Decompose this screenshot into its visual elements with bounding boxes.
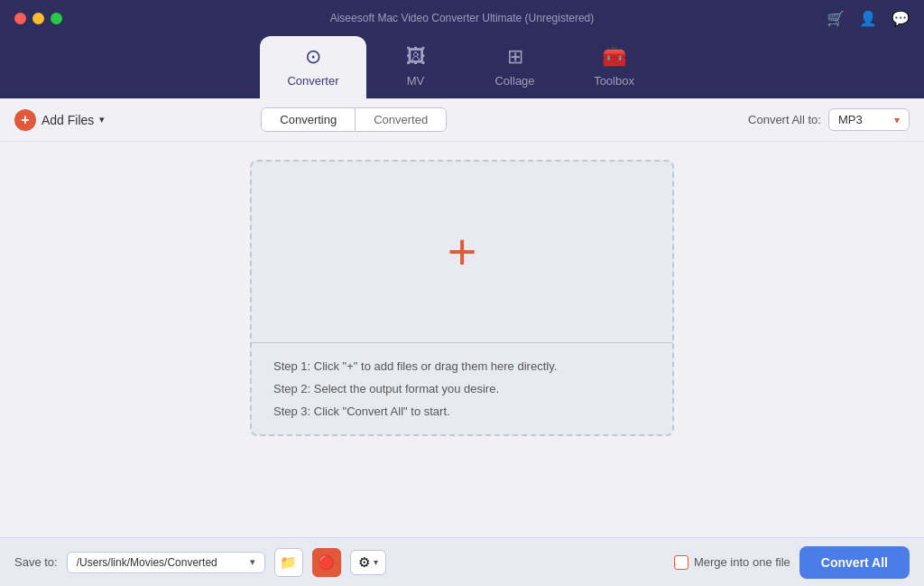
drop-zone-top: + bbox=[252, 162, 672, 342]
tab-collage[interactable]: ⊞ Collage bbox=[466, 36, 565, 98]
drop-zone[interactable]: + Step 1: Click "+" to add files or drag… bbox=[250, 160, 674, 436]
titlebar: Aiseesoft Mac Video Converter Ultimate (… bbox=[0, 0, 924, 36]
footer: Save to: /Users/link/Movies/Converted ▾ … bbox=[0, 537, 924, 586]
add-files-button[interactable]: + Add Files ▾ bbox=[14, 109, 105, 131]
step1-text: Step 1: Click "+" to add files or drag t… bbox=[273, 359, 651, 373]
chat-icon[interactable]: 💬 bbox=[892, 10, 910, 27]
window-title: Aiseesoft Mac Video Converter Ultimate (… bbox=[330, 12, 595, 24]
format-chevron-icon: ▾ bbox=[894, 114, 900, 126]
merge-checkbox[interactable] bbox=[674, 555, 688, 570]
drop-zone-instructions: Step 1: Click "+" to add files or drag t… bbox=[252, 343, 672, 434]
add-files-plus-icon: + bbox=[14, 109, 36, 131]
tab-collage-label: Collage bbox=[494, 74, 534, 88]
save-path-value: /Users/link/Movies/Converted bbox=[77, 556, 217, 569]
tab-mv[interactable]: 🖼 MV bbox=[366, 36, 466, 98]
status-tab-converted[interactable]: Converted bbox=[356, 108, 446, 131]
convert-all-section: Convert All to: MP3 ▾ bbox=[748, 108, 910, 131]
main-content: + Add Files ▾ Converting Converted Conve… bbox=[0, 98, 924, 586]
settings-button[interactable]: ⚙ ▾ bbox=[350, 550, 386, 575]
drop-plus-icon: + bbox=[448, 227, 477, 277]
user-icon[interactable]: 👤 bbox=[859, 10, 877, 27]
status-tabs: Converting Converted bbox=[261, 107, 447, 132]
save-path-chevron-icon: ▾ bbox=[250, 556, 255, 568]
merge-label: Merge into one file bbox=[694, 555, 790, 569]
gear-icon: ⚙ bbox=[358, 554, 370, 571]
open-folder-button[interactable]: 📁 bbox=[274, 548, 303, 577]
drop-area: + Step 1: Click "+" to add files or drag… bbox=[0, 142, 924, 537]
close-button[interactable] bbox=[14, 13, 26, 24]
status-tab-converting[interactable]: Converting bbox=[262, 108, 356, 131]
collage-icon: ⊞ bbox=[507, 45, 523, 69]
save-to-label: Save to: bbox=[14, 555, 58, 569]
toolbar: + Add Files ▾ Converting Converted Conve… bbox=[0, 98, 924, 142]
nav-tabs: ⊙ Converter 🖼 MV ⊞ Collage 🧰 Toolbox bbox=[0, 36, 924, 98]
burn-button[interactable]: 🔴 bbox=[312, 548, 341, 577]
tab-toolbox[interactable]: 🧰 Toolbox bbox=[565, 36, 664, 98]
format-dropdown[interactable]: MP3 ▾ bbox=[828, 108, 910, 131]
toolbox-icon: 🧰 bbox=[602, 45, 626, 69]
add-files-label: Add Files bbox=[42, 113, 94, 127]
traffic-lights bbox=[14, 13, 62, 24]
minimize-button[interactable] bbox=[32, 13, 44, 24]
add-files-chevron-icon: ▾ bbox=[99, 114, 105, 126]
merge-section: Merge into one file bbox=[674, 555, 790, 570]
titlebar-icons: 🛒 👤 💬 bbox=[827, 10, 910, 27]
converter-icon: ⊙ bbox=[305, 45, 321, 69]
cart-icon[interactable]: 🛒 bbox=[827, 10, 845, 27]
convert-all-label: Convert All to: bbox=[748, 113, 821, 126]
folder-icon: 📁 bbox=[280, 554, 297, 571]
step2-text: Step 2: Select the output format you des… bbox=[273, 382, 651, 395]
tab-mv-label: MV bbox=[407, 74, 425, 88]
format-value: MP3 bbox=[838, 113, 863, 126]
convert-all-button[interactable]: Convert All bbox=[799, 546, 910, 579]
settings-chevron-icon: ▾ bbox=[374, 557, 378, 567]
save-path-dropdown[interactable]: /Users/link/Movies/Converted ▾ bbox=[67, 552, 265, 573]
tab-converter[interactable]: ⊙ Converter bbox=[260, 36, 365, 98]
step3-text: Step 3: Click "Convert All" to start. bbox=[273, 405, 651, 418]
maximize-button[interactable] bbox=[51, 13, 62, 24]
tab-converter-label: Converter bbox=[287, 74, 338, 88]
tab-toolbox-label: Toolbox bbox=[594, 74, 634, 88]
mv-icon: 🖼 bbox=[406, 45, 426, 69]
burn-icon: 🔴 bbox=[318, 554, 335, 571]
